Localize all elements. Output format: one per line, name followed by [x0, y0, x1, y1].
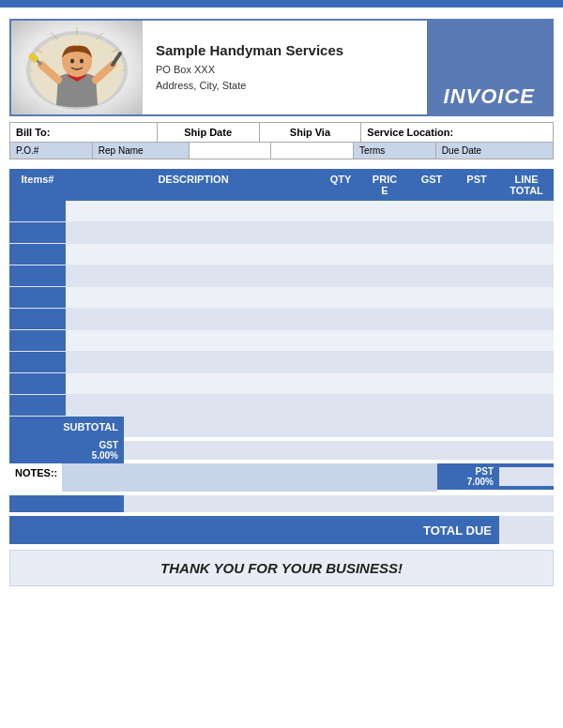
row-price[interactable]: [360, 309, 409, 329]
row-description[interactable]: [66, 265, 321, 286]
row-pst[interactable]: [454, 352, 499, 372]
row-description[interactable]: [66, 352, 321, 372]
row-gst[interactable]: [409, 352, 454, 372]
table-row[interactable]: [9, 395, 554, 417]
row-qty[interactable]: [321, 287, 360, 308]
row-price[interactable]: [360, 330, 409, 351]
row-description[interactable]: [66, 330, 321, 351]
row-price[interactable]: [360, 395, 409, 416]
row-pst[interactable]: [454, 395, 499, 416]
pst-value[interactable]: [499, 467, 554, 486]
row-price[interactable]: [360, 201, 409, 221]
row-gst[interactable]: [409, 244, 454, 265]
row-item-num[interactable]: [9, 373, 66, 394]
table-row[interactable]: [9, 201, 554, 222]
row-gst[interactable]: [409, 373, 454, 394]
row-price[interactable]: [360, 373, 409, 394]
row-qty[interactable]: [321, 265, 360, 286]
table-row[interactable]: [9, 222, 554, 244]
row-item-num[interactable]: [9, 352, 66, 372]
table-row[interactable]: [9, 287, 554, 309]
row-price[interactable]: [360, 287, 409, 308]
row-line-total[interactable]: [499, 201, 554, 221]
row-gst[interactable]: [409, 395, 454, 416]
row-qty[interactable]: [321, 309, 360, 329]
row-line-total[interactable]: [499, 395, 554, 416]
row-price[interactable]: [360, 265, 409, 286]
table-row[interactable]: [9, 244, 554, 265]
gst-value[interactable]: [499, 441, 554, 460]
row-description[interactable]: [66, 222, 321, 243]
row-description[interactable]: [66, 373, 321, 394]
table-row[interactable]: [9, 265, 554, 287]
row-qty[interactable]: [321, 395, 360, 416]
row-pst[interactable]: [454, 222, 499, 243]
row-item-num[interactable]: [9, 330, 66, 351]
row-item-num[interactable]: [9, 244, 66, 265]
items-table: Items# DESCRIPTION QTY PRICE GST PST LIN…: [9, 169, 554, 417]
row-description[interactable]: [66, 287, 321, 308]
row-pst[interactable]: [454, 330, 499, 351]
row-line-total[interactable]: [499, 287, 554, 308]
row-description[interactable]: [66, 395, 321, 416]
address-line2: Address, City, State: [156, 78, 414, 94]
row-price[interactable]: [360, 352, 409, 372]
table-row[interactable]: [9, 373, 554, 395]
row-pst[interactable]: [454, 309, 499, 329]
table-row[interactable]: [9, 330, 554, 352]
row-qty[interactable]: [321, 373, 360, 394]
due-date-field[interactable]: Due Date: [436, 143, 553, 159]
row-gst[interactable]: [409, 309, 454, 329]
ship-via-value[interactable]: [271, 143, 354, 159]
notes-content[interactable]: [62, 463, 437, 492]
row-pst[interactable]: [454, 244, 499, 265]
row-qty[interactable]: [321, 352, 360, 372]
row-qty[interactable]: [321, 201, 360, 221]
row-description[interactable]: [66, 201, 321, 221]
row-item-num[interactable]: [9, 201, 66, 221]
row-line-total[interactable]: [499, 222, 554, 243]
ship-date-value[interactable]: [190, 143, 272, 159]
row-pst[interactable]: [454, 265, 499, 286]
svg-point-12: [80, 59, 84, 64]
row-line-total[interactable]: [499, 309, 554, 329]
row-qty[interactable]: [321, 330, 360, 351]
row-line-total[interactable]: [499, 373, 554, 394]
company-info: Sample Handyman Services PO Box XXX Addr…: [143, 21, 427, 114]
terms-field[interactable]: Terms: [354, 143, 436, 159]
rep-field[interactable]: Rep Name: [93, 143, 190, 159]
row-description[interactable]: [66, 244, 321, 265]
table-row[interactable]: [9, 352, 554, 373]
row-gst[interactable]: [409, 330, 454, 351]
row-item-num[interactable]: [9, 265, 66, 286]
row-price[interactable]: [360, 222, 409, 243]
row-item-num[interactable]: [9, 222, 66, 243]
row-description[interactable]: [66, 309, 321, 329]
total-due-value[interactable]: [499, 516, 554, 544]
row-item-num[interactable]: [9, 309, 66, 329]
row-line-total[interactable]: [499, 265, 554, 286]
row-item-num[interactable]: [9, 287, 66, 308]
pst-label: PST 7.00%: [437, 463, 499, 490]
address-line1: PO Box XXX: [156, 62, 414, 78]
row-line-total[interactable]: [499, 244, 554, 265]
row-line-total[interactable]: [499, 352, 554, 372]
row-line-total[interactable]: [499, 330, 554, 351]
row-qty[interactable]: [321, 222, 360, 243]
po-field[interactable]: P.O.#: [10, 143, 93, 159]
row-pst[interactable]: [454, 201, 499, 221]
row-gst[interactable]: [409, 287, 454, 308]
top-bar: [0, 0, 563, 8]
row-qty[interactable]: [321, 244, 360, 265]
invoice-label: INVOICE: [427, 21, 552, 114]
row-gst[interactable]: [409, 201, 454, 221]
row-gst[interactable]: [409, 265, 454, 286]
row-gst[interactable]: [409, 222, 454, 243]
row-pst[interactable]: [454, 287, 499, 308]
bill-to-box: Bill To:: [10, 123, 158, 142]
row-price[interactable]: [360, 244, 409, 265]
row-pst[interactable]: [454, 373, 499, 394]
subtotal-value[interactable]: [499, 417, 554, 437]
table-row[interactable]: [9, 309, 554, 330]
row-item-num[interactable]: [9, 395, 66, 416]
